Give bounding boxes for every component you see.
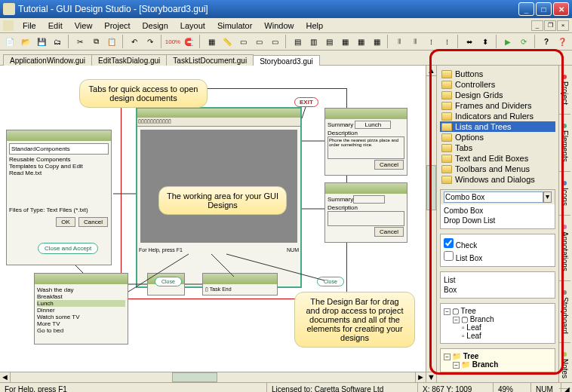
label: Phone the nearest pizza place and order … <box>328 136 404 159</box>
side-tab-elements[interactable]: Elements <box>559 115 570 172</box>
zoom100-icon[interactable]: 100% <box>166 35 180 48</box>
horizontal-scrollbar[interactable]: ◄ ► <box>0 372 426 382</box>
folder-icon <box>441 176 452 184</box>
redo-icon[interactable]: ↷ <box>143 35 157 48</box>
close-accept-node: Close and Accept <box>38 243 98 254</box>
status-num: NUM <box>531 383 561 392</box>
copy-icon[interactable]: ⧉ <box>89 35 103 48</box>
svg-line-1 <box>75 265 83 273</box>
tree-preview-2[interactable]: −📁 Tree −📁 Branch <box>440 348 555 372</box>
folder-lists-and-trees[interactable]: Lists and Trees <box>440 121 555 132</box>
folder-icon <box>441 133 452 142</box>
folder-windows-and-dialogs[interactable]: Windows and Dialogs <box>440 174 555 185</box>
label: List Box <box>456 254 483 262</box>
magnet-icon[interactable]: 🧲 <box>182 35 195 48</box>
folder-indicators-and-rulers[interactable]: Indicators and Rulers <box>440 111 555 121</box>
folder-text-and-edit-boxes[interactable]: Text and Edit Boxes <box>440 153 555 164</box>
design-bar-tabs: ProjectElementsIconsAnnotationsStoryboar… <box>558 66 572 382</box>
tool-icon[interactable]: ▭ <box>268 35 281 48</box>
align-middle-icon[interactable]: ▦ <box>354 35 367 48</box>
size-icon[interactable]: ⬍ <box>478 35 492 48</box>
folder-controllers[interactable]: Controllers <box>440 79 555 90</box>
label: Wash the day <box>37 286 125 293</box>
label: Leaf <box>466 323 481 332</box>
menu-view[interactable]: View <box>69 20 99 32</box>
side-tab-icons[interactable]: Icons <box>559 172 570 216</box>
close-node: Close <box>317 277 344 286</box>
mock-panel: Summary Lunch Description Phone the near… <box>324 108 407 176</box>
design-bar: ButtonsControllersDesign GridsFrames and… <box>436 66 572 382</box>
mdi-close-button[interactable]: × <box>557 20 569 31</box>
side-tab-storyboard[interactable]: Storyboard <box>559 281 570 344</box>
doc-tab[interactable]: EditTaskDialog.gui <box>91 54 167 66</box>
mdi-minimize-button[interactable]: _ <box>531 20 543 31</box>
doc-tab[interactable]: TaskListDocument.gui <box>166 54 254 66</box>
size-icon[interactable]: ⬌ <box>463 35 476 48</box>
mock-panel: Summary Description Cancel <box>324 182 407 243</box>
menu-project[interactable]: Project <box>98 20 136 32</box>
menu-window[interactable]: Window <box>258 20 300 32</box>
distribute-icon[interactable]: ⫶ <box>424 35 438 48</box>
save-icon[interactable]: 💾 <box>35 35 48 48</box>
vertical-scrollbar[interactable]: ▲ ▼ <box>426 66 436 382</box>
folder-icon <box>441 144 452 152</box>
distribute-icon[interactable]: ⫴ <box>408 35 422 48</box>
side-tab-annotations[interactable]: Annotations <box>559 216 570 281</box>
doc-tab[interactable]: ApplicationWindow.gui <box>3 54 92 66</box>
save-all-icon[interactable]: 🗂 <box>51 35 64 48</box>
grid-icon[interactable]: ▦ <box>205 35 218 48</box>
align-left-icon[interactable]: ▤ <box>291 35 304 48</box>
side-tab-project[interactable]: Project <box>559 66 570 115</box>
undo-icon[interactable]: ↶ <box>128 35 141 48</box>
combo-input[interactable] <box>444 191 543 203</box>
menu-simulator[interactable]: Simulator <box>211 20 258 32</box>
combo-option: Drop Down List <box>444 216 552 225</box>
tool-icon[interactable]: ▭ <box>236 35 250 48</box>
cut-icon[interactable]: ✂ <box>73 35 87 48</box>
title-bar: Tutorial - GUI Design Studio - [Storyboa… <box>0 0 572 18</box>
combo-preview[interactable]: ▾ Combo Box Drop Down List <box>440 189 555 229</box>
folder-tabs[interactable]: Tabs <box>440 142 555 153</box>
app-icon <box>3 3 15 15</box>
list-preview[interactable]: List Box <box>440 271 555 299</box>
menu-layout[interactable]: Layout <box>174 20 211 32</box>
label: Tree <box>463 352 479 360</box>
distribute-icon[interactable]: ⫴ <box>392 35 406 48</box>
minimize-button[interactable]: _ <box>518 2 534 16</box>
refresh-icon[interactable]: ⟳ <box>517 35 530 48</box>
tree-preview[interactable]: −▢ Tree −▢ Branch ▫ Leaf ▫ Leaf <box>440 303 555 344</box>
maximize-button[interactable]: □ <box>536 2 552 16</box>
menu-design[interactable]: Design <box>137 20 174 32</box>
folder-frames-and-dividers[interactable]: Frames and Dividers <box>440 100 555 111</box>
side-tab-notes[interactable]: Notes <box>559 343 570 388</box>
ruler-icon[interactable]: 📏 <box>220 35 234 48</box>
design-canvas[interactable]: StandardComponents Reusable Components T… <box>0 66 426 382</box>
folder-options[interactable]: Options <box>440 132 555 142</box>
new-icon[interactable]: 📄 <box>3 35 17 48</box>
align-top-icon[interactable]: ▦ <box>338 35 352 48</box>
align-center-icon[interactable]: ▥ <box>306 35 320 48</box>
close-button[interactable]: ✕ <box>553 2 569 16</box>
align-bottom-icon[interactable]: ▦ <box>370 35 383 48</box>
menu-help[interactable]: Help <box>300 20 329 32</box>
open-icon[interactable]: 📂 <box>19 35 32 48</box>
folder-toolbars-and-menus[interactable]: Toolbars and Menus <box>440 164 555 174</box>
menu-file[interactable]: File <box>17 20 42 32</box>
label: Lunch <box>355 121 391 129</box>
folder-buttons[interactable]: Buttons <box>440 69 555 79</box>
paste-icon[interactable]: 📋 <box>105 35 118 48</box>
menu-edit[interactable]: Edit <box>42 20 69 32</box>
context-help-icon[interactable]: ❓ <box>555 35 569 48</box>
tool-icon[interactable]: ▭ <box>252 35 266 48</box>
help-icon[interactable]: ? <box>540 35 553 48</box>
distribute-icon[interactable]: ⫶ <box>440 35 454 48</box>
mdi-restore-button[interactable]: ❐ <box>544 20 556 31</box>
label: Text Files (*.txt) <box>47 207 88 213</box>
folder-design-grids[interactable]: Design Grids <box>440 90 555 100</box>
run-icon[interactable]: ▶ <box>501 35 515 48</box>
mock-panel: Wash the day Breakfast Lunch Dinner Watc… <box>34 273 128 345</box>
callout-working: The working area for your GUI Designs <box>158 186 287 215</box>
align-right-icon[interactable]: ▤ <box>322 35 336 48</box>
listbox-preview[interactable]: Check List Box <box>440 234 555 267</box>
status-bar: For Help, press F1 Licensed to: Caretta … <box>0 382 572 392</box>
